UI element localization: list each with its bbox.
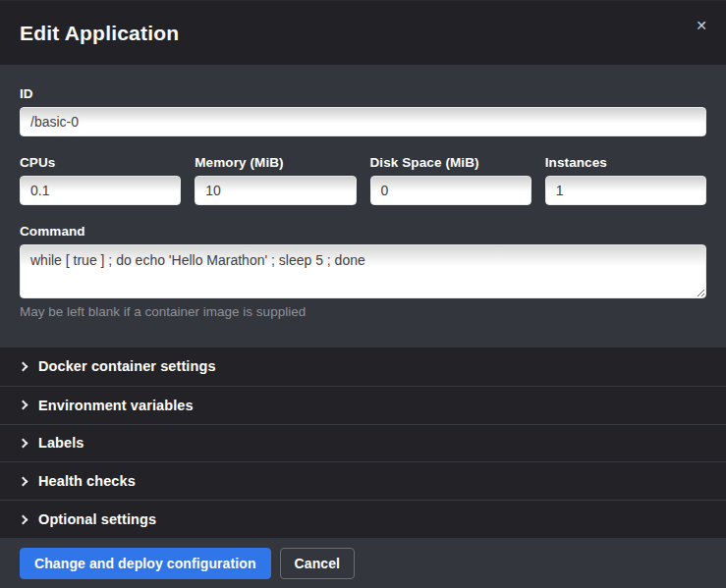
disk-input[interactable]	[370, 176, 531, 205]
chevron-right-icon	[19, 476, 28, 486]
command-help-text: May be left blank if a container image i…	[20, 303, 706, 320]
disk-field-group: Disk Space (MiB)	[370, 154, 531, 205]
edit-application-modal: Edit Application ✕ ID CPUs Memory (MiB) …	[0, 0, 726, 588]
id-input[interactable]	[20, 107, 706, 136]
disk-label: Disk Space (MiB)	[370, 154, 531, 171]
memory-input[interactable]	[195, 176, 356, 205]
chevron-right-icon	[19, 361, 28, 371]
section-label: Labels	[38, 435, 84, 451]
close-icon[interactable]: ✕	[692, 15, 711, 36]
change-and-deploy-button[interactable]: Change and deploy configuration	[20, 548, 271, 579]
section-optional-settings[interactable]: Optional settings	[0, 500, 726, 538]
memory-field-group: Memory (MiB)	[195, 154, 356, 205]
cpus-label: CPUs	[20, 154, 181, 171]
section-health-checks[interactable]: Health checks	[0, 461, 726, 500]
id-field-group: ID	[20, 85, 706, 136]
cancel-button[interactable]: Cancel	[280, 548, 356, 579]
command-label: Command	[20, 223, 706, 240]
section-label: Optional settings	[38, 511, 156, 527]
section-label: Docker container settings	[38, 358, 216, 374]
modal-footer: Change and deploy configuration Cancel	[0, 538, 726, 588]
application-form: ID CPUs Memory (MiB) Disk Space (MiB) In…	[0, 65, 726, 347]
instances-input[interactable]	[545, 176, 706, 205]
section-environment-variables[interactable]: Environment variables	[0, 386, 726, 424]
instances-label: Instances	[545, 154, 706, 171]
command-textarea[interactable]: while [ true ] ; do echo 'Hello Marathon…	[20, 244, 706, 298]
memory-label: Memory (MiB)	[195, 154, 356, 171]
instances-field-group: Instances	[545, 154, 706, 205]
chevron-right-icon	[19, 401, 28, 410]
id-label: ID	[20, 85, 706, 102]
chevron-right-icon	[19, 514, 28, 524]
cpus-field-group: CPUs	[20, 154, 181, 205]
chevron-right-icon	[19, 439, 28, 449]
accordion-sections: Docker container settings Environment va…	[0, 347, 726, 538]
section-label: Environment variables	[38, 398, 194, 413]
section-label: Health checks	[38, 473, 136, 489]
command-field-group: Command while [ true ] ; do echo 'Hello …	[20, 223, 706, 320]
resources-row: CPUs Memory (MiB) Disk Space (MiB) Insta…	[20, 154, 706, 205]
modal-header: Edit Application ✕	[0, 1, 726, 65]
cpus-input[interactable]	[20, 176, 181, 205]
modal-title: Edit Application	[20, 22, 179, 45]
section-labels[interactable]: Labels	[0, 424, 726, 462]
section-docker-container-settings[interactable]: Docker container settings	[0, 347, 726, 386]
